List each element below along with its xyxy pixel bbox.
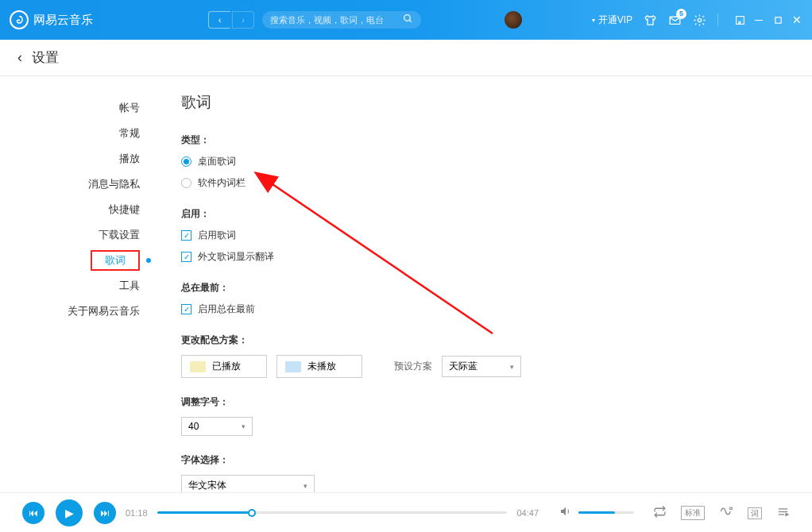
checkbox-icon: ✓ — [181, 252, 191, 262]
progress-bar[interactable] — [157, 511, 508, 514]
topbar: 网易云音乐 ‹ › ▾ 开通VIP 5 ─ ✕ — [0, 0, 812, 40]
color-scheme-label: 更改配色方案： — [181, 333, 788, 347]
playlist-icon[interactable] — [776, 505, 790, 521]
radio-desktop-lyrics[interactable]: 桌面歌词 — [181, 155, 788, 168]
logo-icon — [10, 10, 29, 29]
section-heading: 歌词 — [181, 92, 788, 113]
font-select[interactable]: 华文宋体 ▾ — [181, 475, 315, 492]
quality-button[interactable]: 标准 — [681, 506, 705, 520]
sidebar-item-shortcuts[interactable]: 快捷键 — [0, 197, 157, 222]
svg-point-0 — [404, 15, 411, 21]
vip-link[interactable]: ▾ 开通VIP — [592, 13, 632, 27]
sidebar-item-playback[interactable]: 播放 — [0, 146, 157, 172]
chevron-down-icon: ▾ — [510, 363, 514, 371]
sidebar-item-account[interactable]: 帐号 — [0, 95, 157, 121]
preset-label: 预设方案 — [394, 360, 432, 373]
sidebar-item-privacy[interactable]: 消息与隐私 — [0, 172, 157, 197]
minimize-icon[interactable]: ─ — [753, 13, 764, 26]
settings-header: ‹ 设置 — [0, 40, 812, 76]
volume-slider[interactable] — [578, 511, 634, 514]
radio-icon — [181, 156, 191, 167]
settings-content: 歌词 类型： 桌面歌词 软件内词栏 启用： ✓ 启用歌词 ✓ 外文歌词显示翻译 … — [157, 76, 812, 492]
sidebar-item-tools[interactable]: 工具 — [0, 273, 157, 299]
lyrics-toggle[interactable]: 词 — [748, 506, 762, 519]
mail-icon[interactable]: 5 — [668, 13, 682, 27]
avatar[interactable] — [505, 11, 522, 29]
mail-badge: 5 — [676, 9, 686, 19]
effects-icon[interactable] — [719, 504, 733, 521]
color-unplayed-button[interactable]: 未播放 — [276, 355, 362, 378]
sidebar-item-lyrics[interactable]: 歌词 — [0, 248, 157, 273]
enable-label: 启用： — [181, 207, 788, 221]
checkbox-translate[interactable]: ✓ 外文歌词显示翻译 — [181, 250, 788, 264]
next-button[interactable]: ⏭ — [94, 502, 116, 524]
svg-rect-5 — [775, 17, 780, 22]
mini-mode-icon[interactable] — [734, 13, 745, 26]
app-name: 网易云音乐 — [33, 13, 93, 28]
svg-line-1 — [409, 20, 412, 22]
preset-select[interactable]: 天际蓝 ▾ — [442, 356, 521, 377]
checkbox-icon: ✓ — [181, 230, 191, 241]
nav-arrows: ‹ › — [208, 11, 254, 29]
type-label: 类型： — [181, 133, 788, 147]
app-logo: 网易云音乐 — [10, 10, 93, 29]
loop-icon[interactable] — [653, 505, 667, 521]
close-icon[interactable]: ✕ — [791, 13, 802, 26]
chevron-down-icon: ▾ — [242, 422, 246, 430]
settings-icon[interactable] — [693, 13, 706, 27]
swatch-unplayed — [285, 361, 301, 372]
font-label: 字体选择： — [181, 453, 788, 467]
alwaystop-label: 总在最前： — [181, 281, 788, 295]
search-input[interactable] — [270, 15, 403, 25]
svg-point-3 — [698, 18, 701, 21]
nav-forward-button[interactable]: › — [232, 11, 254, 29]
nav-back-button[interactable]: ‹ — [208, 11, 230, 29]
radio-inapp-lyrics[interactable]: 软件内词栏 — [181, 176, 788, 190]
search-box[interactable] — [262, 11, 421, 29]
sidebar-item-download[interactable]: 下载设置 — [0, 222, 157, 248]
total-time: 04:47 — [516, 508, 539, 518]
checkbox-always-top[interactable]: ✓ 启用总在最前 — [181, 303, 788, 316]
page-title: 设置 — [32, 48, 59, 67]
volume-icon[interactable] — [559, 505, 572, 520]
swatch-played — [190, 361, 206, 372]
maximize-icon[interactable] — [772, 13, 783, 26]
chevron-down-icon: ▾ — [304, 482, 307, 490]
player-bar: ⏮ ▶ ⏭ 01:18 04:47 标准 词 — [0, 492, 812, 532]
sidebar-item-about[interactable]: 关于网易云音乐 — [0, 299, 157, 324]
fontsize-select[interactable]: 40 ▾ — [181, 417, 253, 436]
divider — [717, 13, 718, 26]
checkbox-icon: ✓ — [181, 304, 191, 314]
search-icon[interactable] — [403, 13, 413, 26]
radio-icon — [181, 178, 191, 188]
checkbox-enable-lyrics[interactable]: ✓ 启用歌词 — [181, 229, 788, 242]
current-time: 01:18 — [126, 508, 148, 518]
fontsize-label: 调整字号： — [181, 395, 788, 409]
back-button[interactable]: ‹ — [17, 49, 22, 66]
sidebar-item-general[interactable]: 常规 — [0, 121, 157, 146]
prev-button[interactable]: ⏮ — [22, 502, 44, 524]
skin-icon[interactable] — [644, 13, 657, 27]
settings-sidebar: 帐号 常规 播放 消息与隐私 快捷键 下载设置 歌词 工具 关于网易云音乐 — [0, 76, 157, 492]
svg-point-7 — [730, 507, 733, 510]
color-played-button[interactable]: 已播放 — [181, 355, 267, 378]
play-button[interactable]: ▶ — [56, 499, 83, 526]
